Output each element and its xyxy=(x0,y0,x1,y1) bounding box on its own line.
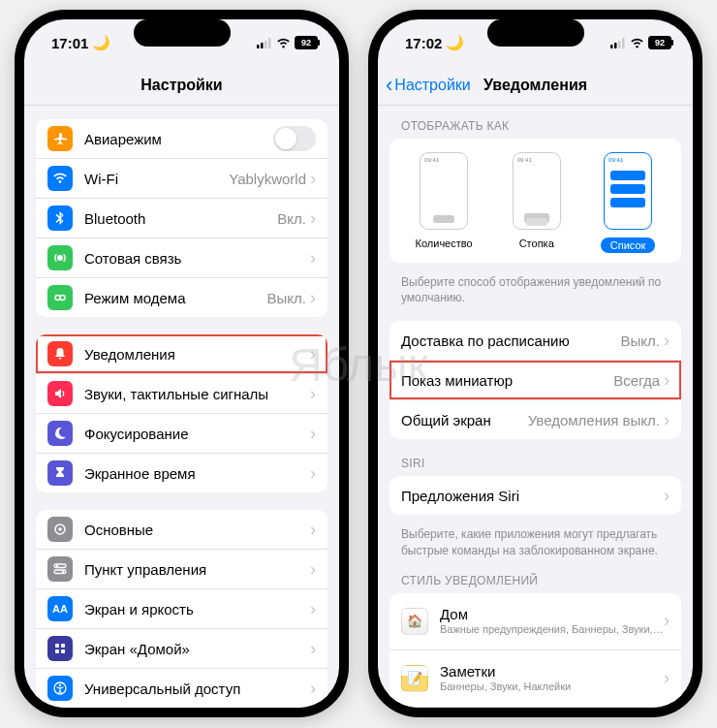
row-cellular[interactable]: Сотовая связь › xyxy=(36,238,327,278)
row-hotspot[interactable]: Режим модема Выкл. › xyxy=(36,278,327,317)
opt-label: Стопка xyxy=(513,237,561,249)
display-option-count[interactable]: 09:41 Количество xyxy=(416,152,473,253)
svg-rect-14 xyxy=(55,649,59,653)
app-icon: 🏠 xyxy=(401,608,428,635)
chevron-icon: › xyxy=(664,611,670,631)
airplane-toggle[interactable] xyxy=(273,126,316,151)
chevron-icon: › xyxy=(310,520,316,540)
row-screen-sharing[interactable]: Общий экран Уведомления выкл. › xyxy=(390,400,681,439)
chevron-icon: › xyxy=(310,599,316,619)
wifi-icon xyxy=(276,38,291,48)
chevron-icon: › xyxy=(664,486,670,506)
row-value: Выкл. xyxy=(621,332,660,349)
row-label: Экранное время xyxy=(84,465,310,482)
page-title: Настройки xyxy=(140,77,222,94)
display-option-list[interactable]: 09:41 Список xyxy=(601,152,656,253)
app-sub: Важные предупреждения, Баннеры, Звуки,… xyxy=(440,623,664,636)
row-label: Предложения Siri xyxy=(401,488,664,504)
row-sounds[interactable]: Звуки, тактильные сигналы › xyxy=(36,374,327,414)
chevron-icon: › xyxy=(310,169,316,189)
app-name: Заметки xyxy=(440,663,664,681)
row-show-previews[interactable]: Показ миниатюр Всегда › xyxy=(390,361,681,400)
nav-bar: ‹ Настройки Уведомления xyxy=(378,66,693,106)
chevron-icon: › xyxy=(310,424,316,444)
svg-rect-2 xyxy=(265,41,267,48)
group-siri: Предложения Siri › xyxy=(390,476,681,515)
row-focus[interactable]: Фокусирование › xyxy=(36,414,327,454)
bell-icon xyxy=(47,341,73,366)
row-value: Вкл. xyxy=(277,210,306,227)
row-value: Уведомления выкл. xyxy=(528,412,660,428)
gear-icon xyxy=(47,517,73,542)
row-label: Универсальный доступ xyxy=(84,681,310,697)
row-label: Пункт управления xyxy=(84,561,310,578)
accessibility-icon xyxy=(47,676,73,701)
home-icon xyxy=(47,636,73,661)
chevron-left-icon: ‹ xyxy=(386,73,392,98)
row-label: Общий экран xyxy=(401,412,528,428)
row-homescreen[interactable]: Экран «Домой» › xyxy=(36,629,327,669)
chevron-icon: › xyxy=(310,248,316,269)
back-label: Настройки xyxy=(394,77,470,94)
svg-point-11 xyxy=(62,571,64,573)
svg-rect-0 xyxy=(257,45,260,48)
section-footer-display: Выберите способ отображения уведомлений … xyxy=(390,269,681,321)
status-time: 17:01 xyxy=(51,35,88,51)
svg-point-17 xyxy=(59,684,61,686)
section-header-display: ОТОБРАЖАТЬ КАК xyxy=(390,119,681,139)
row-value: Выкл. xyxy=(267,290,306,306)
signal-icon xyxy=(610,38,626,48)
status-time: 17:02 xyxy=(405,35,442,51)
airplane-icon xyxy=(47,126,73,151)
svg-rect-3 xyxy=(268,38,271,48)
svg-rect-25 xyxy=(622,38,625,48)
row-scheduled-delivery[interactable]: Доставка по расписанию Выкл. › xyxy=(390,321,681,361)
hotspot-icon xyxy=(47,285,73,310)
row-wifi[interactable]: Wi-Fi Yablykworld › xyxy=(36,159,327,199)
switches-icon xyxy=(47,556,73,582)
group-apps: 🏠 Дом Важные предупреждения, Баннеры, Зв… xyxy=(390,593,681,708)
row-bluetooth[interactable]: Bluetooth Вкл. › xyxy=(36,199,327,238)
chevron-icon: › xyxy=(310,559,316,580)
svg-rect-12 xyxy=(55,644,59,648)
row-display[interactable]: AA Экран и яркость › xyxy=(36,589,327,629)
row-label: Bluetooth xyxy=(84,210,277,227)
back-button[interactable]: ‹ Настройки xyxy=(386,73,471,98)
row-airplane[interactable]: Авиарежим xyxy=(36,119,327,159)
dynamic-island xyxy=(487,19,584,47)
row-label: Экран «Домой» xyxy=(84,641,310,657)
app-row-home[interactable]: 🏠 Дом Важные предупреждения, Баннеры, Зв… xyxy=(390,593,681,650)
group-general: Основные › Пункт управления › AA Экран и… xyxy=(36,510,327,708)
section-header-siri: SIRI xyxy=(390,457,681,476)
display-option-stack[interactable]: 09:41 Стопка xyxy=(513,152,561,253)
app-icon: 📝 xyxy=(401,665,428,692)
moon-icon: 🌙 xyxy=(92,34,110,51)
content[interactable]: Авиарежим Wi-Fi Yablykworld › Bluetooth … xyxy=(24,106,339,708)
chevron-icon: › xyxy=(310,288,316,308)
row-accessibility[interactable]: Универсальный доступ › xyxy=(36,669,327,708)
svg-point-9 xyxy=(56,565,58,567)
svg-rect-23 xyxy=(614,43,617,48)
app-row-notes[interactable]: 📝 Заметки Баннеры, Звуки, Наклейки › xyxy=(390,650,681,708)
row-label: Авиарежим xyxy=(84,131,273,147)
row-label: Уведомления xyxy=(84,346,310,363)
chevron-icon: › xyxy=(664,410,670,430)
chevron-icon: › xyxy=(310,639,316,659)
row-notifications[interactable]: Уведомления › xyxy=(36,334,327,374)
moon-icon: 🌙 xyxy=(446,34,464,51)
row-controlcenter[interactable]: Пункт управления › xyxy=(36,550,327,589)
svg-rect-24 xyxy=(618,41,621,48)
page-title: Уведомления xyxy=(483,77,587,94)
row-label: Доставка по расписанию xyxy=(401,332,621,349)
app-sub: Баннеры, Звуки, Наклейки xyxy=(440,681,664,693)
chevron-icon: › xyxy=(664,668,670,688)
row-label: Основные xyxy=(84,522,310,538)
section-header-style: СТИЛЬ УВЕДОМЛЕНИЙ xyxy=(390,574,681,593)
row-value: Yablykworld xyxy=(229,171,306,187)
row-siri-suggestions[interactable]: Предложения Siri › xyxy=(390,476,681,515)
dynamic-island xyxy=(134,19,231,47)
row-general[interactable]: Основные › xyxy=(36,510,327,550)
row-screentime[interactable]: Экранное время › xyxy=(36,454,327,492)
group-delivery: Доставка по расписанию Выкл. › Показ мин… xyxy=(390,321,681,439)
content[interactable]: ОТОБРАЖАТЬ КАК 09:41 Количество 09:41 Ст… xyxy=(378,106,693,708)
